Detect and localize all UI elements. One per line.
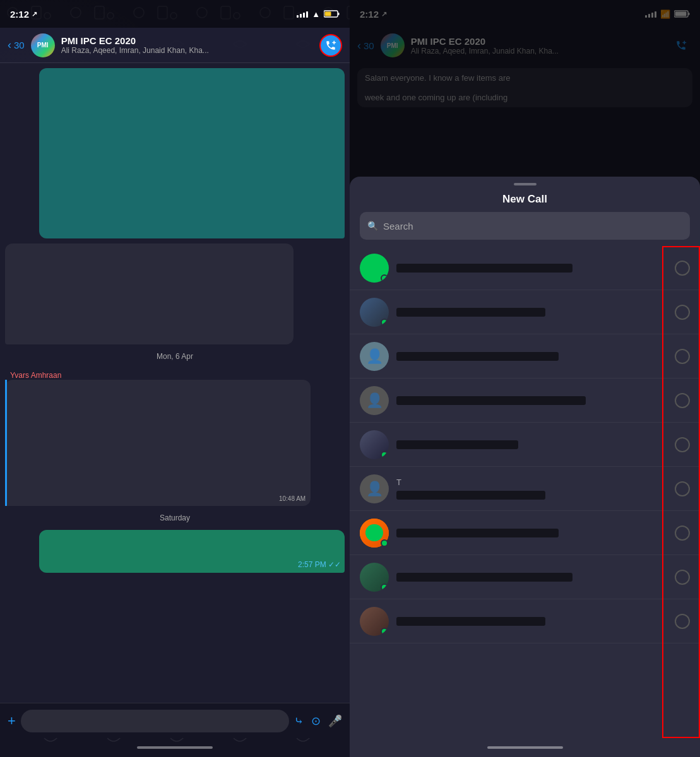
contact-name-redacted-7 bbox=[396, 529, 559, 537]
contact-row[interactable] bbox=[350, 246, 700, 290]
contact-name-redacted-4 bbox=[396, 396, 586, 405]
date-label-mon: Mon, 6 Apr bbox=[5, 349, 345, 363]
contact-name-redacted-8 bbox=[396, 573, 572, 582]
search-bar[interactable]: 🔍 Search bbox=[360, 212, 690, 240]
contact-row[interactable] bbox=[350, 511, 700, 555]
person-icon-4: 👤 bbox=[366, 392, 383, 409]
camera-button[interactable]: ⊙ bbox=[311, 714, 321, 728]
contact-info-6: T bbox=[396, 478, 667, 500]
left-input-bar: + ⤷ ⊙ 🎤 bbox=[0, 703, 350, 738]
contact-row[interactable] bbox=[350, 599, 700, 643]
contact-row[interactable] bbox=[350, 423, 700, 467]
contact-row[interactable] bbox=[350, 290, 700, 334]
left-home-indicator bbox=[0, 738, 350, 757]
online-indicator-1 bbox=[381, 274, 388, 282]
search-icon: 🔍 bbox=[367, 221, 378, 231]
left-status-icons: ▲ bbox=[297, 9, 340, 19]
back-button[interactable]: ‹ 30 bbox=[8, 38, 25, 52]
wifi-icon: ▲ bbox=[312, 9, 320, 19]
person-icon-6: 👤 bbox=[366, 481, 383, 497]
contact-info-3 bbox=[396, 352, 667, 361]
contact-avatar-7 bbox=[360, 519, 389, 548]
group-name: PMI IPC EC 2020 bbox=[61, 35, 313, 46]
contact-info-8 bbox=[396, 573, 667, 582]
contact-avatar-8 bbox=[360, 563, 389, 592]
left-status-bar: 2:12 ↗ ▲ bbox=[0, 0, 350, 28]
contact-row[interactable]: 👤 bbox=[350, 378, 700, 423]
contact-row[interactable]: 👤 bbox=[350, 334, 700, 378]
contact-initial-6: T bbox=[396, 478, 667, 487]
group-members: Ali Raza, Aqeed, Imran, Junaid Khan, Kha… bbox=[61, 46, 313, 55]
contact-radio-9[interactable] bbox=[675, 614, 690, 629]
left-chat-header: ‹ 30 PMI PMI IPC EC 2020 Ali Raza, Aqeed… bbox=[0, 28, 350, 63]
message-time: 10:48 AM bbox=[279, 495, 306, 502]
modal-overlay: New Call 🔍 Search bbox=[350, 0, 700, 757]
date-label-saturday: Saturday bbox=[5, 511, 345, 525]
sender-name: Yvars Amhraan bbox=[5, 368, 345, 380]
online-indicator-8 bbox=[381, 584, 388, 591]
online-indicator-9 bbox=[381, 628, 388, 635]
input-action-icons: ⤷ ⊙ 🎤 bbox=[294, 714, 342, 728]
contact-radio-5[interactable] bbox=[675, 437, 690, 452]
contact-info-1 bbox=[396, 264, 667, 273]
contact-radio-6[interactable] bbox=[675, 481, 690, 496]
call-button[interactable] bbox=[319, 34, 342, 57]
time-text: 2:12 bbox=[10, 9, 29, 20]
signal-icon bbox=[297, 10, 308, 18]
sticker-button[interactable]: ⤷ bbox=[294, 714, 304, 728]
message-bubble-dark bbox=[5, 244, 294, 344]
contact-row[interactable] bbox=[350, 555, 700, 599]
group-info: PMI IPC EC 2020 Ali Raza, Aqeed, Imran, … bbox=[61, 35, 313, 55]
contact-radio-7[interactable] bbox=[675, 525, 690, 541]
contact-radio-4[interactable] bbox=[675, 393, 690, 408]
home-bar bbox=[137, 746, 213, 749]
contacts-list: 👤 👤 bbox=[350, 246, 700, 738]
new-call-modal: New Call 🔍 Search bbox=[350, 177, 700, 757]
contact-avatar-2 bbox=[360, 298, 389, 327]
modal-title: New Call bbox=[350, 185, 700, 212]
add-attachment-button[interactable]: + bbox=[8, 713, 16, 729]
right-panel: 2:12 ↗ 📶 ‹ 30 PMI PMI bbox=[350, 0, 700, 757]
contact-name-redacted-1 bbox=[396, 264, 572, 273]
contact-avatar-icon-3: 👤 bbox=[366, 348, 383, 365]
contact-avatar-9 bbox=[360, 607, 389, 636]
phone-plus-icon bbox=[325, 40, 336, 51]
left-chat-content: Mon, 6 Apr Yvars Amhraan 10:48 AM Saturd… bbox=[0, 63, 350, 703]
contact-radio-3[interactable] bbox=[675, 349, 690, 364]
voice-button[interactable]: 🎤 bbox=[328, 714, 342, 728]
message-bubble-teal-sent: 2:57 PM ✓✓ bbox=[39, 530, 345, 573]
contact-radio-2[interactable] bbox=[675, 305, 690, 320]
contact-avatar-3: 👤 bbox=[360, 342, 389, 371]
contact-info-2 bbox=[396, 308, 667, 317]
left-panel: 2:12 ↗ ▲ ‹ 30 PMI PMI I bbox=[0, 0, 350, 757]
online-indicator-2 bbox=[381, 319, 388, 326]
svg-rect-1 bbox=[338, 13, 340, 15]
message-with-sender: Yvars Amhraan 10:48 AM bbox=[5, 368, 345, 506]
contact-info-4 bbox=[396, 396, 667, 405]
online-indicator-7 bbox=[381, 539, 388, 547]
svg-rect-2 bbox=[325, 12, 331, 16]
modal-home-indicator bbox=[350, 738, 700, 757]
contact-radio-8[interactable] bbox=[675, 570, 690, 585]
contact-avatar-5 bbox=[360, 430, 389, 459]
contact-info-5 bbox=[396, 440, 667, 449]
contact-name-redacted-3 bbox=[396, 352, 559, 361]
left-time: 2:12 ↗ bbox=[10, 9, 37, 20]
message-bubble-teal bbox=[39, 68, 345, 238]
back-count: 30 bbox=[14, 40, 25, 50]
contact-row[interactable]: 👤 T bbox=[350, 467, 700, 511]
contact-name-redacted-2 bbox=[396, 308, 545, 317]
contact-info-7 bbox=[396, 529, 667, 537]
message-input[interactable] bbox=[21, 710, 289, 732]
contact-name-redacted-9 bbox=[396, 617, 545, 626]
contact-avatar-6: 👤 bbox=[360, 474, 389, 503]
contact-info-9 bbox=[396, 617, 667, 626]
contact-name-redacted-6 bbox=[396, 491, 545, 500]
message-bubble-dark-2: 10:48 AM bbox=[5, 380, 311, 506]
group-avatar: PMI bbox=[31, 33, 55, 57]
read-receipts: 2:57 PM ✓✓ bbox=[298, 560, 341, 569]
contact-radio-1[interactable] bbox=[675, 261, 690, 276]
contact-name-redacted-5 bbox=[396, 440, 518, 449]
contact-avatar-1 bbox=[360, 254, 389, 283]
battery-icon bbox=[324, 10, 340, 18]
